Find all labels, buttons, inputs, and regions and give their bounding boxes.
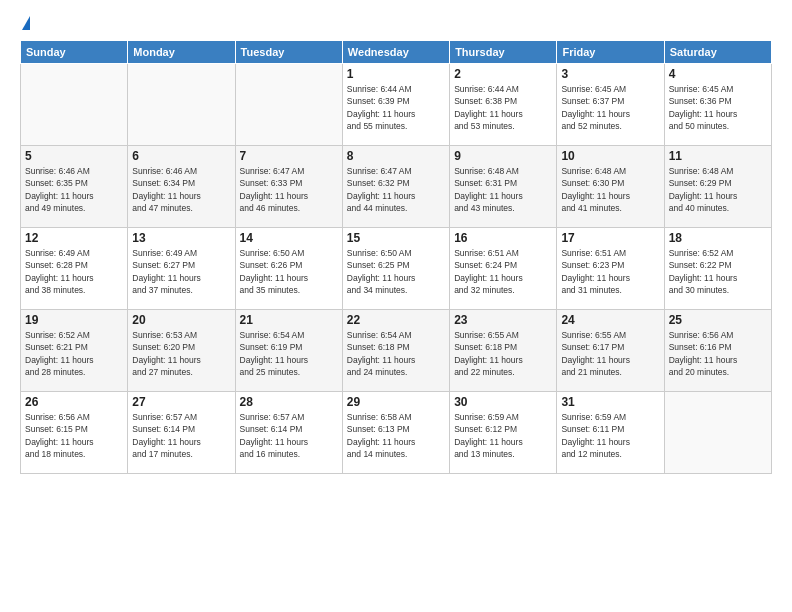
calendar-cell: 13Sunrise: 6:49 AM Sunset: 6:27 PM Dayli… (128, 228, 235, 310)
day-info: Sunrise: 6:48 AM Sunset: 6:29 PM Dayligh… (669, 165, 767, 214)
day-number: 24 (561, 313, 659, 327)
day-info: Sunrise: 6:59 AM Sunset: 6:11 PM Dayligh… (561, 411, 659, 460)
day-info: Sunrise: 6:57 AM Sunset: 6:14 PM Dayligh… (132, 411, 230, 460)
calendar-week-2: 5Sunrise: 6:46 AM Sunset: 6:35 PM Daylig… (21, 146, 772, 228)
day-info: Sunrise: 6:49 AM Sunset: 6:28 PM Dayligh… (25, 247, 123, 296)
calendar-week-3: 12Sunrise: 6:49 AM Sunset: 6:28 PM Dayli… (21, 228, 772, 310)
calendar-cell: 18Sunrise: 6:52 AM Sunset: 6:22 PM Dayli… (664, 228, 771, 310)
day-number: 7 (240, 149, 338, 163)
day-number: 26 (25, 395, 123, 409)
day-number: 8 (347, 149, 445, 163)
page: SundayMondayTuesdayWednesdayThursdayFrid… (0, 0, 792, 612)
day-info: Sunrise: 6:48 AM Sunset: 6:31 PM Dayligh… (454, 165, 552, 214)
day-number: 12 (25, 231, 123, 245)
calendar-cell: 23Sunrise: 6:55 AM Sunset: 6:18 PM Dayli… (450, 310, 557, 392)
day-info: Sunrise: 6:53 AM Sunset: 6:20 PM Dayligh… (132, 329, 230, 378)
calendar-cell: 9Sunrise: 6:48 AM Sunset: 6:31 PM Daylig… (450, 146, 557, 228)
calendar-cell: 12Sunrise: 6:49 AM Sunset: 6:28 PM Dayli… (21, 228, 128, 310)
calendar-cell: 8Sunrise: 6:47 AM Sunset: 6:32 PM Daylig… (342, 146, 449, 228)
day-number: 17 (561, 231, 659, 245)
day-info: Sunrise: 6:50 AM Sunset: 6:25 PM Dayligh… (347, 247, 445, 296)
day-number: 14 (240, 231, 338, 245)
calendar-cell: 27Sunrise: 6:57 AM Sunset: 6:14 PM Dayli… (128, 392, 235, 474)
calendar-cell: 14Sunrise: 6:50 AM Sunset: 6:26 PM Dayli… (235, 228, 342, 310)
calendar-cell: 5Sunrise: 6:46 AM Sunset: 6:35 PM Daylig… (21, 146, 128, 228)
day-info: Sunrise: 6:55 AM Sunset: 6:17 PM Dayligh… (561, 329, 659, 378)
calendar-cell: 10Sunrise: 6:48 AM Sunset: 6:30 PM Dayli… (557, 146, 664, 228)
day-info: Sunrise: 6:46 AM Sunset: 6:35 PM Dayligh… (25, 165, 123, 214)
calendar-header-thursday: Thursday (450, 41, 557, 64)
day-number: 29 (347, 395, 445, 409)
day-info: Sunrise: 6:51 AM Sunset: 6:24 PM Dayligh… (454, 247, 552, 296)
calendar-cell (128, 64, 235, 146)
day-number: 4 (669, 67, 767, 81)
day-number: 16 (454, 231, 552, 245)
calendar-header-row: SundayMondayTuesdayWednesdayThursdayFrid… (21, 41, 772, 64)
day-info: Sunrise: 6:55 AM Sunset: 6:18 PM Dayligh… (454, 329, 552, 378)
day-info: Sunrise: 6:45 AM Sunset: 6:37 PM Dayligh… (561, 83, 659, 132)
calendar-header-friday: Friday (557, 41, 664, 64)
calendar-cell: 19Sunrise: 6:52 AM Sunset: 6:21 PM Dayli… (21, 310, 128, 392)
day-info: Sunrise: 6:47 AM Sunset: 6:33 PM Dayligh… (240, 165, 338, 214)
day-info: Sunrise: 6:58 AM Sunset: 6:13 PM Dayligh… (347, 411, 445, 460)
day-number: 20 (132, 313, 230, 327)
calendar-week-1: 1Sunrise: 6:44 AM Sunset: 6:39 PM Daylig… (21, 64, 772, 146)
calendar-cell: 7Sunrise: 6:47 AM Sunset: 6:33 PM Daylig… (235, 146, 342, 228)
day-number: 18 (669, 231, 767, 245)
calendar-cell: 30Sunrise: 6:59 AM Sunset: 6:12 PM Dayli… (450, 392, 557, 474)
calendar-header-tuesday: Tuesday (235, 41, 342, 64)
day-info: Sunrise: 6:52 AM Sunset: 6:22 PM Dayligh… (669, 247, 767, 296)
calendar-cell: 11Sunrise: 6:48 AM Sunset: 6:29 PM Dayli… (664, 146, 771, 228)
day-info: Sunrise: 6:44 AM Sunset: 6:39 PM Dayligh… (347, 83, 445, 132)
calendar-cell: 2Sunrise: 6:44 AM Sunset: 6:38 PM Daylig… (450, 64, 557, 146)
day-info: Sunrise: 6:50 AM Sunset: 6:26 PM Dayligh… (240, 247, 338, 296)
day-number: 5 (25, 149, 123, 163)
logo (20, 16, 30, 30)
day-info: Sunrise: 6:54 AM Sunset: 6:18 PM Dayligh… (347, 329, 445, 378)
day-number: 27 (132, 395, 230, 409)
day-info: Sunrise: 6:51 AM Sunset: 6:23 PM Dayligh… (561, 247, 659, 296)
day-number: 25 (669, 313, 767, 327)
day-number: 21 (240, 313, 338, 327)
calendar-cell: 4Sunrise: 6:45 AM Sunset: 6:36 PM Daylig… (664, 64, 771, 146)
day-number: 6 (132, 149, 230, 163)
calendar-cell: 20Sunrise: 6:53 AM Sunset: 6:20 PM Dayli… (128, 310, 235, 392)
day-info: Sunrise: 6:49 AM Sunset: 6:27 PM Dayligh… (132, 247, 230, 296)
day-info: Sunrise: 6:46 AM Sunset: 6:34 PM Dayligh… (132, 165, 230, 214)
calendar-cell: 15Sunrise: 6:50 AM Sunset: 6:25 PM Dayli… (342, 228, 449, 310)
calendar-cell: 31Sunrise: 6:59 AM Sunset: 6:11 PM Dayli… (557, 392, 664, 474)
day-info: Sunrise: 6:59 AM Sunset: 6:12 PM Dayligh… (454, 411, 552, 460)
day-info: Sunrise: 6:47 AM Sunset: 6:32 PM Dayligh… (347, 165, 445, 214)
calendar-cell: 17Sunrise: 6:51 AM Sunset: 6:23 PM Dayli… (557, 228, 664, 310)
calendar-cell: 21Sunrise: 6:54 AM Sunset: 6:19 PM Dayli… (235, 310, 342, 392)
day-info: Sunrise: 6:56 AM Sunset: 6:15 PM Dayligh… (25, 411, 123, 460)
calendar-week-5: 26Sunrise: 6:56 AM Sunset: 6:15 PM Dayli… (21, 392, 772, 474)
day-number: 15 (347, 231, 445, 245)
day-info: Sunrise: 6:56 AM Sunset: 6:16 PM Dayligh… (669, 329, 767, 378)
calendar-week-4: 19Sunrise: 6:52 AM Sunset: 6:21 PM Dayli… (21, 310, 772, 392)
calendar-header-monday: Monday (128, 41, 235, 64)
calendar-header-wednesday: Wednesday (342, 41, 449, 64)
calendar-header-saturday: Saturday (664, 41, 771, 64)
calendar: SundayMondayTuesdayWednesdayThursdayFrid… (20, 40, 772, 474)
header (20, 16, 772, 30)
calendar-cell (235, 64, 342, 146)
day-info: Sunrise: 6:54 AM Sunset: 6:19 PM Dayligh… (240, 329, 338, 378)
day-number: 11 (669, 149, 767, 163)
day-number: 22 (347, 313, 445, 327)
day-number: 13 (132, 231, 230, 245)
day-info: Sunrise: 6:52 AM Sunset: 6:21 PM Dayligh… (25, 329, 123, 378)
calendar-cell: 6Sunrise: 6:46 AM Sunset: 6:34 PM Daylig… (128, 146, 235, 228)
calendar-cell: 29Sunrise: 6:58 AM Sunset: 6:13 PM Dayli… (342, 392, 449, 474)
calendar-cell: 3Sunrise: 6:45 AM Sunset: 6:37 PM Daylig… (557, 64, 664, 146)
calendar-cell: 28Sunrise: 6:57 AM Sunset: 6:14 PM Dayli… (235, 392, 342, 474)
day-number: 28 (240, 395, 338, 409)
day-number: 10 (561, 149, 659, 163)
calendar-cell (664, 392, 771, 474)
calendar-cell (21, 64, 128, 146)
calendar-cell: 22Sunrise: 6:54 AM Sunset: 6:18 PM Dayli… (342, 310, 449, 392)
day-number: 9 (454, 149, 552, 163)
day-number: 19 (25, 313, 123, 327)
day-number: 31 (561, 395, 659, 409)
calendar-header-sunday: Sunday (21, 41, 128, 64)
